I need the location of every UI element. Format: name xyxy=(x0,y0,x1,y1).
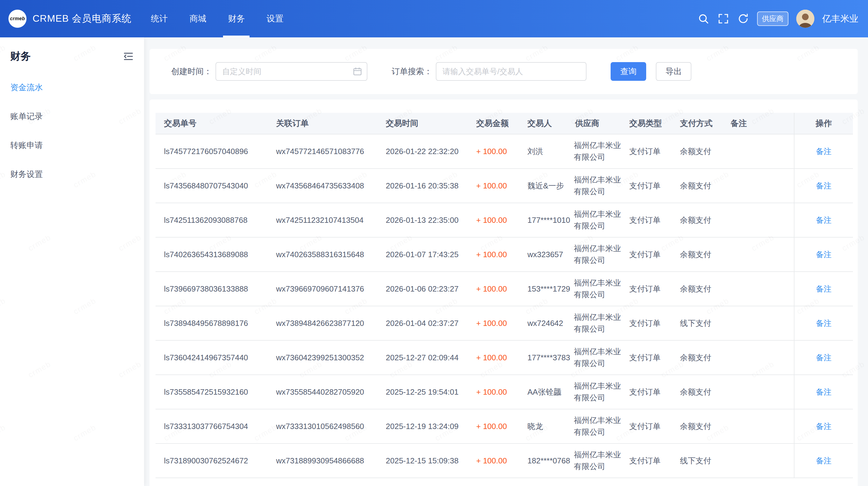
col-pay-method: 支付方式 xyxy=(672,113,722,134)
sidebar-item-finance-settings[interactable]: 财务设置 xyxy=(0,160,144,189)
cell-trader: 182****0768 xyxy=(519,444,567,478)
top-navbar: crmeb CRMEB 会员电商系统 统计 商城 财务 设置 xyxy=(0,0,868,37)
cell-trade-no: ls740263654313689088 xyxy=(156,238,268,271)
cell-pay-method: 余额支付 xyxy=(672,203,722,237)
cell-supplier: 福州亿丰米业有限公司 xyxy=(567,272,621,306)
cell-action: 备注 xyxy=(794,272,853,306)
cell-trade-type: 支付订单 xyxy=(621,272,672,306)
cell-amount: + 100.00 xyxy=(468,375,519,409)
order-search-input[interactable] xyxy=(436,62,587,81)
col-amount: 交易金额 xyxy=(468,113,519,134)
main-content: 创建时间： 订单搜索： 查询 导出 交易单号 关联订 xyxy=(144,37,868,486)
order-search-label: 订单搜索： xyxy=(392,66,432,77)
cell-action: 备注 xyxy=(794,444,853,478)
avatar[interactable] xyxy=(796,10,814,28)
col-trade-no: 交易单号 xyxy=(156,113,268,134)
table-row: ls731890030762524672wx731889930954866688… xyxy=(156,444,853,478)
nav-tab-statistics[interactable]: 统计 xyxy=(140,0,179,37)
fullscreen-icon[interactable] xyxy=(717,13,730,25)
remark-action-link[interactable]: 备注 xyxy=(816,421,832,432)
cell-trade-time: 2025-12-27 02:09:44 xyxy=(377,341,468,374)
remark-action-link[interactable]: 备注 xyxy=(816,386,832,398)
col-action: 操作 xyxy=(794,113,853,134)
cell-trade-time: 2026-01-06 02:23:27 xyxy=(377,272,468,306)
col-order-no: 关联订单 xyxy=(268,113,377,134)
remark-action-link[interactable]: 备注 xyxy=(816,249,832,261)
remark-action-link[interactable]: 备注 xyxy=(816,146,832,157)
query-button[interactable]: 查询 xyxy=(611,62,646,81)
nav-tab-finance[interactable]: 财务 xyxy=(217,0,255,37)
cell-pay-method: 线下支付 xyxy=(672,306,722,340)
nav-tab-mall[interactable]: 商城 xyxy=(179,0,217,37)
cell-trader: 177****3783 xyxy=(519,341,567,374)
sidebar-item-capital-flow[interactable]: 资金流水 xyxy=(0,73,144,102)
collapse-menu-icon[interactable] xyxy=(122,50,134,62)
cell-supplier: 福州亿丰米业有限公司 xyxy=(567,203,621,237)
cell-trade-type: 支付订单 xyxy=(621,409,672,443)
cell-trade-type: 支付订单 xyxy=(621,444,672,478)
cell-trade-no: ls739669738036133888 xyxy=(156,272,268,306)
cell-pay-method: 余额支付 xyxy=(672,272,722,306)
remark-action-link[interactable]: 备注 xyxy=(816,455,832,467)
remark-action-link[interactable]: 备注 xyxy=(816,283,832,295)
cell-trader: wx323657 xyxy=(519,238,567,271)
search-icon[interactable] xyxy=(698,13,710,25)
refresh-icon[interactable] xyxy=(737,13,749,25)
table-row: ls736042414967357440wx736042399251300352… xyxy=(156,341,853,375)
cell-action: 备注 xyxy=(794,409,853,443)
cell-trader: AA张铨龘 xyxy=(519,375,567,409)
table-row: ls735585472515932160wx735585440282705920… xyxy=(156,375,853,409)
cell-action: 备注 xyxy=(794,306,853,340)
cell-supplier: 福州亿丰米业有限公司 xyxy=(567,375,621,409)
cell-trader: wx724642 xyxy=(519,306,567,340)
cell-order-no: wx735585440282705920 xyxy=(268,375,377,409)
nav-tab-settings[interactable]: 设置 xyxy=(255,0,294,37)
cell-order-no: wx733313010562498560 xyxy=(268,409,377,443)
cell-action: 备注 xyxy=(794,341,853,374)
cell-trade-no: ls745772176057040896 xyxy=(156,134,268,168)
transactions-table: 交易单号 关联订单 交易时间 交易金额 交易人 供应商 交易类型 支付方式 备注… xyxy=(150,99,858,486)
cell-amount: + 100.00 xyxy=(468,444,519,478)
cell-trade-time: 2026-01-16 20:35:38 xyxy=(377,169,468,203)
cell-trade-time: 2026-01-22 22:32:20 xyxy=(377,134,468,168)
export-button[interactable]: 导出 xyxy=(656,62,691,81)
cell-amount: + 100.00 xyxy=(468,134,519,168)
cell-supplier: 福州亿丰米业有限公司 xyxy=(567,169,621,203)
cell-remark xyxy=(722,444,794,478)
cell-remark xyxy=(722,409,794,443)
sidebar-item-bill-records[interactable]: 账单记录 xyxy=(0,102,144,131)
cell-remark xyxy=(722,134,794,168)
cell-action: 备注 xyxy=(794,375,853,409)
cell-supplier: 福州亿丰米业有限公司 xyxy=(567,238,621,271)
cell-trade-no: ls733313037766754304 xyxy=(156,409,268,443)
cell-order-no: wx739669709607141376 xyxy=(268,272,377,306)
cell-trade-time: 2025-12-25 19:54:01 xyxy=(377,375,468,409)
cell-trade-type: 支付订单 xyxy=(621,375,672,409)
cell-remark xyxy=(722,203,794,237)
cell-trader: 刘洪 xyxy=(519,134,567,168)
cell-action: 备注 xyxy=(794,134,853,168)
cell-remark xyxy=(722,169,794,203)
cell-trade-no: ls736042414967357440 xyxy=(156,341,268,374)
cell-trade-time: 2026-01-04 02:37:27 xyxy=(377,306,468,340)
date-range-input[interactable] xyxy=(216,62,367,81)
remark-action-link[interactable]: 备注 xyxy=(816,214,832,226)
remark-action-link[interactable]: 备注 xyxy=(816,317,832,329)
app-title: CRMEB 会员电商系统 xyxy=(33,12,131,25)
table-body: ls745772176057040896wx745772146571083776… xyxy=(156,134,853,478)
sidebar-item-transfer-request[interactable]: 转账申请 xyxy=(0,131,144,160)
col-supplier: 供应商 xyxy=(567,113,621,134)
cell-trade-time: 2026-01-07 17:43:25 xyxy=(377,238,468,271)
cell-remark xyxy=(722,272,794,306)
remark-action-link[interactable]: 备注 xyxy=(816,352,832,364)
remark-action-link[interactable]: 备注 xyxy=(816,180,832,192)
cell-action: 备注 xyxy=(794,238,853,271)
page: crmeb CRMEB 会员电商系统 统计 商城 财务 设置 xyxy=(0,0,868,486)
cell-trade-type: 支付订单 xyxy=(621,341,672,374)
sidebar-title: 财务 xyxy=(10,50,31,63)
role-badge: 供应商 xyxy=(757,11,788,26)
cell-remark xyxy=(722,306,794,340)
account-name[interactable]: 亿丰米业 xyxy=(822,13,858,25)
table-row: ls738948495678898176wx738948426623877120… xyxy=(156,306,853,341)
cell-trader: 177****1010 xyxy=(519,203,567,237)
